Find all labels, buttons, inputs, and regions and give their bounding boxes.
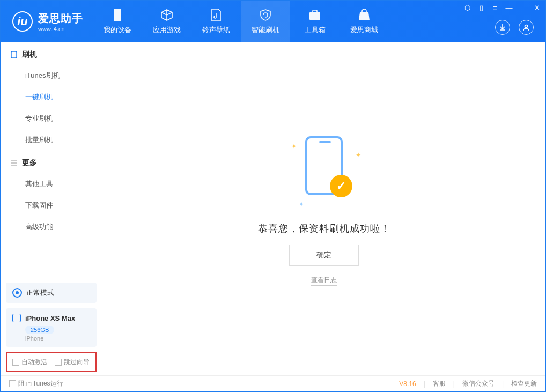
music-file-icon xyxy=(209,8,223,22)
device-icon xyxy=(12,314,21,322)
app-body: 刷机 iTunes刷机 一键刷机 专业刷机 批量刷机 更多 其他工具 下载固件 … xyxy=(1,42,545,375)
sidebar-section-flash: 刷机 xyxy=(1,42,102,65)
cube-icon xyxy=(160,8,174,22)
svg-rect-0 xyxy=(114,9,121,21)
app-url: www.i4.cn xyxy=(38,26,83,32)
option-label: 阻止iTunes运行 xyxy=(18,380,63,387)
brand-text: 爱思助手 www.i4.cn xyxy=(38,11,83,32)
tab-toolbox[interactable]: 工具箱 xyxy=(290,1,340,42)
customer-service-link[interactable]: 客服 xyxy=(433,379,446,388)
app-logo-icon: iu xyxy=(12,11,33,32)
brand-block: iu 爱思助手 www.i4.cn xyxy=(1,1,93,42)
phone-small-icon xyxy=(10,51,18,58)
sparkle-icon: ✦ xyxy=(299,201,304,208)
device-panel[interactable]: iPhone XS Max 256GB iPhone xyxy=(6,308,97,347)
titlebar-controls: ⬡ ▯ ≡ ― □ ✕ xyxy=(463,4,541,12)
sidebar: 刷机 iTunes刷机 一键刷机 专业刷机 批量刷机 更多 其他工具 下载固件 … xyxy=(1,42,102,375)
sidebar-item-advanced[interactable]: 高级功能 xyxy=(1,216,102,238)
section-title-label: 更多 xyxy=(22,158,37,168)
shopping-bag-icon xyxy=(357,8,371,22)
sidebar-item-itunes-flash[interactable]: iTunes刷机 xyxy=(1,65,102,86)
wechat-link[interactable]: 微信公众号 xyxy=(462,379,495,388)
view-log-link[interactable]: 查看日志 xyxy=(311,276,337,286)
checkbox-icon xyxy=(12,359,19,366)
ok-button[interactable]: 确定 xyxy=(289,245,359,266)
checkbox-icon xyxy=(55,359,62,366)
download-icon[interactable] xyxy=(495,20,510,35)
options-box: 自动激活 跳过向导 xyxy=(6,352,97,372)
sparkle-icon: ✦ xyxy=(291,143,297,150)
tshirt-icon[interactable]: ⬡ xyxy=(463,4,471,12)
tab-label: 智能刷机 xyxy=(252,25,279,35)
ipad-icon[interactable]: ▯ xyxy=(477,4,485,12)
minimize-icon[interactable]: ― xyxy=(505,4,513,12)
svg-rect-4 xyxy=(11,51,17,58)
tab-label: 工具箱 xyxy=(305,25,326,35)
device-name: iPhone XS Max xyxy=(25,314,75,322)
tab-apps-games[interactable]: 应用游戏 xyxy=(142,1,191,42)
svg-rect-2 xyxy=(313,10,317,12)
app-header: iu 爱思助手 www.i4.cn 我的设备 应用游戏 铃声壁纸 智能刷机 工具… xyxy=(1,1,545,42)
storage-badge: 256GB xyxy=(25,326,54,334)
tab-store[interactable]: 爱思商城 xyxy=(340,1,389,42)
tab-label: 爱思商城 xyxy=(350,25,378,35)
sidebar-item-oneclick-flash[interactable]: 一键刷机 xyxy=(1,86,102,108)
tab-my-device[interactable]: 我的设备 xyxy=(93,1,142,42)
mode-status-icon xyxy=(12,288,22,298)
success-message: 恭喜您，保资料刷机成功啦！ xyxy=(258,222,390,235)
checkbox-prevent-itunes[interactable]: 阻止iTunes运行 xyxy=(9,379,63,388)
success-illustration: ✦ ✦ ✦ ✓ xyxy=(284,132,364,212)
sidebar-item-pro-flash[interactable]: 专业刷机 xyxy=(1,108,102,129)
sidebar-item-other-tools[interactable]: 其他工具 xyxy=(1,173,102,195)
tab-label: 铃声壁纸 xyxy=(202,25,230,35)
checkmark-badge-icon: ✓ xyxy=(330,175,352,197)
shield-refresh-icon xyxy=(259,8,272,22)
mode-label: 正常模式 xyxy=(26,288,54,298)
menu-icon[interactable]: ≡ xyxy=(491,4,499,12)
mode-panel[interactable]: 正常模式 xyxy=(6,283,97,303)
close-icon[interactable]: ✕ xyxy=(533,4,541,12)
version-label: V8.16 xyxy=(399,380,416,388)
hamburger-icon xyxy=(10,159,18,167)
option-label: 自动激活 xyxy=(21,358,47,366)
tab-label: 我的设备 xyxy=(104,25,131,35)
tab-label: 应用游戏 xyxy=(153,25,181,35)
header-right-icons xyxy=(495,20,534,35)
app-name: 爱思助手 xyxy=(38,11,83,26)
toolbox-icon xyxy=(308,8,322,22)
tab-ringtones-wallpapers[interactable]: 铃声壁纸 xyxy=(191,1,241,42)
main-tabs: 我的设备 应用游戏 铃声壁纸 智能刷机 工具箱 爱思商城 xyxy=(93,1,389,42)
checkbox-icon xyxy=(9,380,16,387)
section-title-label: 刷机 xyxy=(22,50,37,60)
phone-icon xyxy=(110,8,124,22)
user-icon[interactable] xyxy=(519,20,534,35)
checkbox-skip-guide[interactable]: 跳过向导 xyxy=(55,358,90,367)
sidebar-section-more: 更多 xyxy=(1,151,102,173)
option-label: 跳过向导 xyxy=(64,358,90,366)
svg-point-3 xyxy=(525,25,528,28)
checkbox-auto-activate[interactable]: 自动激活 xyxy=(12,358,47,367)
sparkle-icon: ✦ xyxy=(356,151,361,159)
maximize-icon[interactable]: □ xyxy=(519,4,527,12)
sidebar-item-batch-flash[interactable]: 批量刷机 xyxy=(1,129,102,151)
main-content: ✦ ✦ ✦ ✓ 恭喜您，保资料刷机成功啦！ 确定 查看日志 xyxy=(102,42,545,375)
svg-rect-1 xyxy=(309,12,320,20)
sidebar-item-download-firmware[interactable]: 下载固件 xyxy=(1,195,102,216)
status-bar: 阻止iTunes运行 V8.16 | 客服 | 微信公众号 | 检查更新 xyxy=(1,375,545,391)
device-type: iPhone xyxy=(25,335,90,342)
check-update-link[interactable]: 检查更新 xyxy=(511,379,537,388)
tab-smart-flash[interactable]: 智能刷机 xyxy=(241,1,290,42)
